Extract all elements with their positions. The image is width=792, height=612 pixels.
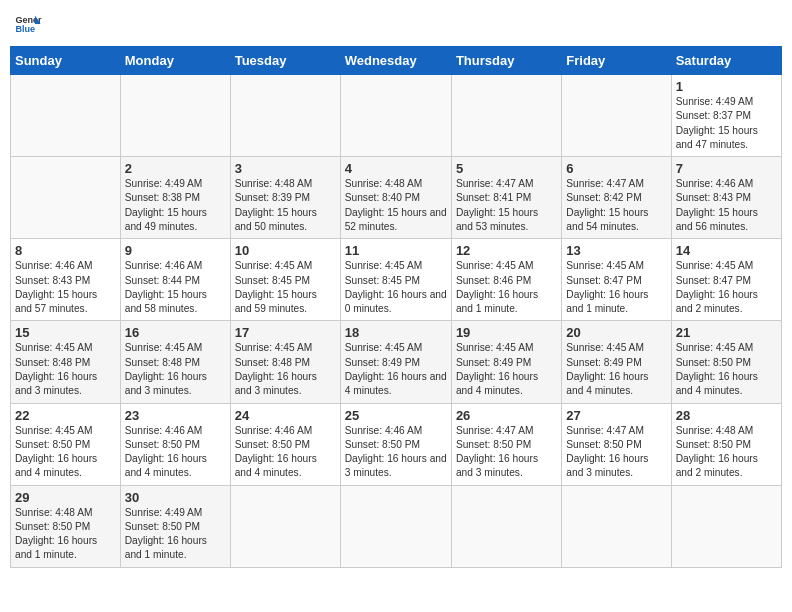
day-info: Sunrise: 4:45 AMSunset: 8:48 PMDaylight:… <box>15 341 116 398</box>
calendar-cell: 25Sunrise: 4:46 AMSunset: 8:50 PMDayligh… <box>340 403 451 485</box>
calendar-cell: 1Sunrise: 4:49 AMSunset: 8:37 PMDaylight… <box>671 75 781 157</box>
dow-header-monday: Monday <box>120 47 230 75</box>
day-info: Sunrise: 4:45 AMSunset: 8:48 PMDaylight:… <box>235 341 336 398</box>
dow-header-friday: Friday <box>562 47 671 75</box>
day-info: Sunrise: 4:46 AMSunset: 8:43 PMDaylight:… <box>15 259 116 316</box>
day-info: Sunrise: 4:48 AMSunset: 8:39 PMDaylight:… <box>235 177 336 234</box>
calendar-cell: 2Sunrise: 4:49 AMSunset: 8:38 PMDaylight… <box>120 157 230 239</box>
dow-header-tuesday: Tuesday <box>230 47 340 75</box>
day-info: Sunrise: 4:45 AMSunset: 8:49 PMDaylight:… <box>345 341 447 398</box>
day-info: Sunrise: 4:45 AMSunset: 8:49 PMDaylight:… <box>566 341 666 398</box>
calendar-cell: 16Sunrise: 4:45 AMSunset: 8:48 PMDayligh… <box>120 321 230 403</box>
day-info: Sunrise: 4:45 AMSunset: 8:45 PMDaylight:… <box>235 259 336 316</box>
days-of-week-row: SundayMondayTuesdayWednesdayThursdayFrid… <box>11 47 782 75</box>
calendar-cell: 27Sunrise: 4:47 AMSunset: 8:50 PMDayligh… <box>562 403 671 485</box>
day-info: Sunrise: 4:46 AMSunset: 8:50 PMDaylight:… <box>345 424 447 481</box>
day-info: Sunrise: 4:49 AMSunset: 8:50 PMDaylight:… <box>125 506 226 563</box>
calendar-cell: 19Sunrise: 4:45 AMSunset: 8:49 PMDayligh… <box>451 321 561 403</box>
day-number: 30 <box>125 490 226 505</box>
day-number: 6 <box>566 161 666 176</box>
day-info: Sunrise: 4:45 AMSunset: 8:48 PMDaylight:… <box>125 341 226 398</box>
logo-icon: General Blue <box>14 10 42 38</box>
day-info: Sunrise: 4:46 AMSunset: 8:50 PMDaylight:… <box>125 424 226 481</box>
logo: General Blue <box>14 10 42 38</box>
day-info: Sunrise: 4:49 AMSunset: 8:37 PMDaylight:… <box>676 95 777 152</box>
day-number: 10 <box>235 243 336 258</box>
day-number: 25 <box>345 408 447 423</box>
day-number: 21 <box>676 325 777 340</box>
day-info: Sunrise: 4:45 AMSunset: 8:46 PMDaylight:… <box>456 259 557 316</box>
svg-text:Blue: Blue <box>15 24 35 34</box>
day-number: 29 <box>15 490 116 505</box>
day-number: 12 <box>456 243 557 258</box>
calendar-cell: 23Sunrise: 4:46 AMSunset: 8:50 PMDayligh… <box>120 403 230 485</box>
calendar-cell: 20Sunrise: 4:45 AMSunset: 8:49 PMDayligh… <box>562 321 671 403</box>
calendar-cell <box>562 485 671 567</box>
day-number: 17 <box>235 325 336 340</box>
dow-header-saturday: Saturday <box>671 47 781 75</box>
day-number: 26 <box>456 408 557 423</box>
dow-header-wednesday: Wednesday <box>340 47 451 75</box>
calendar-cell <box>230 485 340 567</box>
calendar-cell <box>451 485 561 567</box>
calendar-cell: 30Sunrise: 4:49 AMSunset: 8:50 PMDayligh… <box>120 485 230 567</box>
day-info: Sunrise: 4:46 AMSunset: 8:43 PMDaylight:… <box>676 177 777 234</box>
day-number: 24 <box>235 408 336 423</box>
calendar-cell <box>340 75 451 157</box>
day-info: Sunrise: 4:48 AMSunset: 8:50 PMDaylight:… <box>15 506 116 563</box>
day-info: Sunrise: 4:48 AMSunset: 8:50 PMDaylight:… <box>676 424 777 481</box>
calendar-cell <box>11 157 121 239</box>
calendar-week-2: 8Sunrise: 4:46 AMSunset: 8:43 PMDaylight… <box>11 239 782 321</box>
calendar-cell <box>120 75 230 157</box>
day-number: 16 <box>125 325 226 340</box>
calendar-cell <box>340 485 451 567</box>
day-info: Sunrise: 4:47 AMSunset: 8:50 PMDaylight:… <box>456 424 557 481</box>
calendar-cell: 8Sunrise: 4:46 AMSunset: 8:43 PMDaylight… <box>11 239 121 321</box>
day-number: 19 <box>456 325 557 340</box>
calendar-cell: 10Sunrise: 4:45 AMSunset: 8:45 PMDayligh… <box>230 239 340 321</box>
calendar-cell: 7Sunrise: 4:46 AMSunset: 8:43 PMDaylight… <box>671 157 781 239</box>
day-number: 7 <box>676 161 777 176</box>
calendar-cell: 22Sunrise: 4:45 AMSunset: 8:50 PMDayligh… <box>11 403 121 485</box>
day-info: Sunrise: 4:45 AMSunset: 8:50 PMDaylight:… <box>15 424 116 481</box>
day-number: 1 <box>676 79 777 94</box>
calendar-cell: 5Sunrise: 4:47 AMSunset: 8:41 PMDaylight… <box>451 157 561 239</box>
calendar-week-0: 1Sunrise: 4:49 AMSunset: 8:37 PMDaylight… <box>11 75 782 157</box>
day-number: 22 <box>15 408 116 423</box>
day-number: 28 <box>676 408 777 423</box>
calendar-cell: 24Sunrise: 4:46 AMSunset: 8:50 PMDayligh… <box>230 403 340 485</box>
day-number: 11 <box>345 243 447 258</box>
day-info: Sunrise: 4:49 AMSunset: 8:38 PMDaylight:… <box>125 177 226 234</box>
calendar-cell <box>11 75 121 157</box>
day-number: 2 <box>125 161 226 176</box>
calendar-cell: 26Sunrise: 4:47 AMSunset: 8:50 PMDayligh… <box>451 403 561 485</box>
calendar-cell: 12Sunrise: 4:45 AMSunset: 8:46 PMDayligh… <box>451 239 561 321</box>
day-number: 13 <box>566 243 666 258</box>
calendar-week-3: 15Sunrise: 4:45 AMSunset: 8:48 PMDayligh… <box>11 321 782 403</box>
calendar-cell: 9Sunrise: 4:46 AMSunset: 8:44 PMDaylight… <box>120 239 230 321</box>
day-info: Sunrise: 4:45 AMSunset: 8:50 PMDaylight:… <box>676 341 777 398</box>
day-info: Sunrise: 4:45 AMSunset: 8:47 PMDaylight:… <box>676 259 777 316</box>
calendar-cell: 15Sunrise: 4:45 AMSunset: 8:48 PMDayligh… <box>11 321 121 403</box>
day-number: 27 <box>566 408 666 423</box>
calendar-cell: 14Sunrise: 4:45 AMSunset: 8:47 PMDayligh… <box>671 239 781 321</box>
day-number: 20 <box>566 325 666 340</box>
calendar-cell: 11Sunrise: 4:45 AMSunset: 8:45 PMDayligh… <box>340 239 451 321</box>
day-info: Sunrise: 4:47 AMSunset: 8:50 PMDaylight:… <box>566 424 666 481</box>
day-number: 18 <box>345 325 447 340</box>
calendar-cell: 28Sunrise: 4:48 AMSunset: 8:50 PMDayligh… <box>671 403 781 485</box>
day-info: Sunrise: 4:45 AMSunset: 8:47 PMDaylight:… <box>566 259 666 316</box>
day-number: 4 <box>345 161 447 176</box>
calendar-cell: 29Sunrise: 4:48 AMSunset: 8:50 PMDayligh… <box>11 485 121 567</box>
calendar-table: SundayMondayTuesdayWednesdayThursdayFrid… <box>10 46 782 568</box>
calendar-cell: 6Sunrise: 4:47 AMSunset: 8:42 PMDaylight… <box>562 157 671 239</box>
calendar-cell <box>230 75 340 157</box>
day-info: Sunrise: 4:45 AMSunset: 8:49 PMDaylight:… <box>456 341 557 398</box>
calendar-cell: 18Sunrise: 4:45 AMSunset: 8:49 PMDayligh… <box>340 321 451 403</box>
calendar-cell <box>451 75 561 157</box>
calendar-cell: 4Sunrise: 4:48 AMSunset: 8:40 PMDaylight… <box>340 157 451 239</box>
day-info: Sunrise: 4:45 AMSunset: 8:45 PMDaylight:… <box>345 259 447 316</box>
calendar-week-5: 29Sunrise: 4:48 AMSunset: 8:50 PMDayligh… <box>11 485 782 567</box>
day-number: 9 <box>125 243 226 258</box>
calendar-cell: 3Sunrise: 4:48 AMSunset: 8:39 PMDaylight… <box>230 157 340 239</box>
